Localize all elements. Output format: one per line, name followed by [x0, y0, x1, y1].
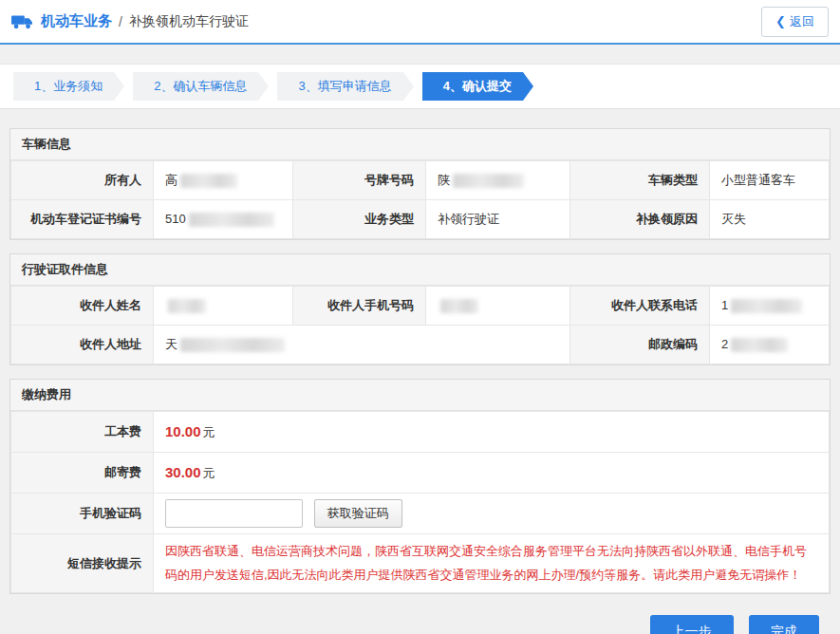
table-row: 收件人姓名 收件人手机号码 收件人联系电话 1 [11, 287, 830, 326]
pickup-info-section: 行驶证取件信息 收件人姓名 收件人手机号码 收件人联系电话 [9, 253, 831, 365]
truck-icon [11, 13, 34, 30]
redacted-value [180, 174, 237, 188]
postcode-label: 邮政编码 [570, 326, 710, 364]
table-row: 工本费 10.00元 [11, 412, 830, 453]
step-4-confirm-submit[interactable]: 4、确认提交 [422, 72, 523, 101]
redacted-value [453, 174, 524, 188]
recipient-phone-value: 1 [710, 287, 830, 326]
redacted-value [168, 299, 206, 313]
cert-no-value: 510 [154, 200, 293, 239]
payment-table: 工本费 10.00元 邮寄费 30.00元 手机验证码 获取验证码 [10, 411, 830, 593]
sms-code-label: 手机验证码 [11, 494, 154, 534]
recipient-mobile-value [426, 287, 570, 326]
recipient-address-value: 天 [154, 326, 570, 364]
section-title-pickup: 行驶证取件信息 [10, 254, 830, 286]
plate-value: 陕 [426, 161, 570, 200]
table-row: 机动车登记证书编号 510 业务类型 补领行驶证 补换领原因 灭失 [11, 200, 830, 239]
back-button-label: 返回 [790, 13, 814, 30]
sms-notice-cell: 因陕西省联通、电信运营商技术问题，陕西省互联网交通安全综合服务管理平台无法向持陕… [154, 534, 830, 593]
sms-code-input[interactable] [165, 499, 303, 528]
table-row: 手机验证码 获取验证码 [11, 494, 830, 534]
steps-bar: 1、业务须知 2、确认车辆信息 3、填写申请信息 4、确认提交 [0, 64, 840, 109]
production-fee-value: 10.00元 [154, 412, 830, 453]
recipient-phone-label: 收件人联系电话 [570, 287, 710, 326]
section-title-payment: 缴纳费用 [10, 380, 830, 411]
plate-label: 号牌号码 [293, 161, 426, 200]
redacted-value [731, 338, 788, 352]
owner-value: 高 [154, 161, 293, 200]
reason-label: 补换领原因 [570, 200, 710, 239]
cert-no-label: 机动车登记证书编号 [11, 200, 154, 239]
back-chevron-icon: ❮ [775, 14, 786, 28]
recipient-mobile-label: 收件人手机号码 [293, 287, 426, 326]
redacted-value [440, 299, 478, 313]
vehicle-type-value: 小型普通客车 [710, 161, 830, 200]
sms-notice-text: 因陕西省联通、电信运营商技术问题，陕西省互联网交通安全综合服务管理平台无法向持陕… [165, 544, 807, 582]
postage-fee-label: 邮寄费 [11, 453, 154, 494]
table-row: 所有人 高 号牌号码 陕 车辆类型 小型普通客车 [11, 161, 830, 200]
step-3-fill-application[interactable]: 3、填写申请信息 [277, 72, 402, 101]
business-type-label: 业务类型 [293, 200, 426, 239]
owner-label: 所有人 [11, 161, 154, 200]
finish-button[interactable]: 完成 [749, 615, 819, 634]
page: 机动车业务 / 补换领机动车行驶证 ❮ 返回 1、业务须知 2、确认车辆信息 3… [0, 0, 840, 634]
redacted-value [189, 213, 274, 227]
business-type-value: 补领行驶证 [426, 200, 570, 239]
production-fee-label: 工本费 [11, 412, 154, 453]
postage-fee-value: 30.00元 [154, 453, 830, 494]
main-content: 车辆信息 所有人 高 号牌号码 陕 车辆类型 [0, 109, 840, 634]
table-row: 邮寄费 30.00元 [11, 453, 830, 494]
footer-actions: 上一步 完成 [9, 607, 831, 634]
back-button[interactable]: ❮ 返回 [761, 7, 829, 37]
postcode-value: 2 [710, 326, 830, 364]
recipient-address-label: 收件人地址 [11, 326, 154, 364]
table-row: 收件人地址 天 邮政编码 2 [11, 326, 830, 364]
section-title-vehicle: 车辆信息 [10, 129, 830, 160]
step-2-confirm-vehicle[interactable]: 2、确认车辆信息 [133, 72, 258, 101]
page-title: 补换领机动车行驶证 [129, 13, 249, 30]
reason-value: 灭失 [710, 200, 830, 239]
breadcrumb-divider: / [119, 14, 122, 29]
vehicle-type-label: 车辆类型 [570, 161, 710, 200]
payment-section: 缴纳费用 工本费 10.00元 邮寄费 30.00元 [9, 379, 831, 594]
sms-notice-label: 短信接收提示 [11, 534, 154, 593]
vehicle-info-table: 所有人 高 号牌号码 陕 车辆类型 小型普通客车 机动车登记证书编号 [10, 160, 830, 239]
pickup-info-table: 收件人姓名 收件人手机号码 收件人联系电话 1 收件人地址 [10, 286, 830, 364]
recipient-name-label: 收件人姓名 [11, 287, 154, 326]
recipient-name-value [154, 287, 293, 326]
table-row: 短信接收提示 因陕西省联通、电信运营商技术问题，陕西省互联网交通安全综合服务管理… [11, 534, 830, 593]
redacted-value [731, 299, 802, 313]
page-header: 机动车业务 / 补换领机动车行驶证 ❮ 返回 [0, 0, 840, 45]
previous-step-button[interactable]: 上一步 [650, 615, 734, 634]
get-sms-code-button[interactable]: 获取验证码 [314, 499, 402, 528]
breadcrumb: 机动车业务 / 补换领机动车行驶证 [11, 12, 249, 30]
vehicle-info-section: 车辆信息 所有人 高 号牌号码 陕 车辆类型 [9, 128, 831, 240]
redacted-value [180, 338, 285, 352]
step-1-notice[interactable]: 1、业务须知 [13, 72, 114, 101]
sms-code-cell: 获取验证码 [154, 494, 830, 534]
breadcrumb-section: 机动车业务 [41, 12, 112, 30]
